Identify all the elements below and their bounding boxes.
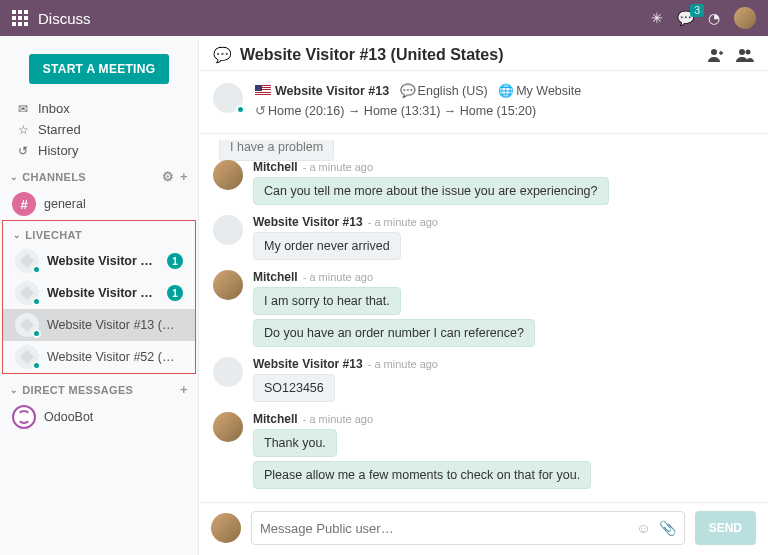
message-author: Website Visitor #13: [253, 357, 363, 371]
activities-icon[interactable]: ◔: [708, 10, 720, 26]
message-header: Mitchell - a minute ago: [253, 160, 754, 174]
plus-icon[interactable]: +: [180, 169, 188, 184]
thread-title: Website Visitor #13 (United States): [240, 46, 503, 64]
nav-starred[interactable]: ☆Starred: [0, 119, 198, 140]
unread-badge: 1: [167, 285, 183, 301]
svg-point-0: [711, 49, 717, 55]
nav-history[interactable]: ↺History: [0, 140, 198, 161]
visitor-avatar-large: [213, 83, 243, 113]
nav-label: Starred: [38, 122, 81, 137]
message-bubble: I am sorry to hear that.: [253, 287, 401, 315]
chevron-down-icon: ⌄: [10, 172, 18, 182]
visitor-avatar: [15, 313, 39, 337]
section-livechat[interactable]: ⌄ LIVECHAT: [3, 221, 195, 245]
message-bubble: Please allow me a few moments to check o…: [253, 461, 591, 489]
message: Mitchell - a minute agoCan you tell me m…: [213, 160, 754, 209]
message: Website Visitor #13 - a minute agoMy ord…: [213, 215, 754, 264]
visitor-name: Website Visitor #13: [275, 84, 389, 98]
message-header: Website Visitor #13 - a minute ago: [253, 357, 754, 371]
message-time: - a minute ago: [300, 413, 373, 425]
livechat-label: Website Visitor #13 (United St…: [47, 318, 183, 332]
apps-icon[interactable]: [12, 10, 28, 26]
emoji-icon[interactable]: ☺: [636, 520, 650, 536]
visitor-lang: English (US): [418, 84, 488, 98]
presence-dot: [32, 329, 41, 338]
livechat-item[interactable]: Website Visitor #52 (United St…: [3, 341, 195, 373]
message-author: Mitchell: [253, 160, 298, 174]
send-button[interactable]: SEND: [695, 511, 756, 545]
channel-general[interactable]: # general: [0, 188, 198, 220]
globe-icon: 🌐: [498, 84, 514, 98]
star-icon: ☆: [16, 123, 30, 137]
add-user-icon[interactable]: [708, 48, 724, 62]
hash-icon: #: [12, 192, 36, 216]
nav-label: Inbox: [38, 101, 70, 116]
visitor-path: Home (20:16) → Home (13:31) → Home (15:2…: [268, 104, 536, 118]
main-panel: 💬 Website Visitor #13 (United States) We…: [199, 36, 768, 555]
livechat-item[interactable]: Website Visitor #80 (U… 1: [3, 277, 195, 309]
gear-icon[interactable]: ⚙: [162, 169, 174, 184]
message-bubble: My order never arrived: [253, 232, 401, 260]
visitor-avatar: [15, 345, 39, 369]
livechat-label: Website Visitor #52 (United St…: [47, 350, 183, 364]
topbar: Discuss ✳ 💬3 ◔: [0, 0, 768, 36]
bug-icon[interactable]: ✳: [651, 10, 663, 26]
dm-odoobot[interactable]: OdooBot: [0, 401, 198, 433]
attachment-icon[interactable]: 📎: [659, 520, 676, 536]
message-time: - a minute ago: [365, 216, 438, 228]
section-title: LIVECHAT: [25, 229, 82, 241]
message: Mitchell - a minute agoI am sorry to hea…: [213, 270, 754, 351]
svg-point-2: [746, 50, 751, 55]
section-title: DIRECT MESSAGES: [22, 384, 133, 396]
inbox-icon: ✉: [16, 102, 30, 116]
message: Mitchell - a minute agoThank you.Please …: [213, 412, 754, 493]
message-author: Mitchell: [253, 412, 298, 426]
composer: ☺ 📎 SEND: [199, 502, 768, 555]
presence-dot: [32, 297, 41, 306]
start-meeting-button[interactable]: START A MEETING: [29, 54, 170, 84]
message-header: Mitchell - a minute ago: [253, 412, 754, 426]
dm-label: OdooBot: [44, 410, 186, 424]
message-author: Mitchell: [253, 270, 298, 284]
visitor-avatar: [15, 281, 39, 305]
livechat-label: Website Visitor #81 (U…: [47, 254, 159, 268]
presence-dot: [236, 105, 245, 114]
message-bubble: Do you have an order number I can refere…: [253, 319, 535, 347]
user-avatar[interactable]: [734, 7, 756, 29]
chat-icon: 💬: [213, 46, 232, 64]
history-icon: ↺: [16, 144, 30, 158]
nav-inbox[interactable]: ✉Inbox: [0, 98, 198, 119]
conversation-badge: 3: [690, 4, 704, 17]
nav-label: History: [38, 143, 78, 158]
message-bubble: Can you tell me more about the issue you…: [253, 177, 609, 205]
section-direct-messages[interactable]: ⌄ DIRECT MESSAGES +: [0, 374, 198, 401]
presence-dot: [32, 265, 41, 274]
message-time: - a minute ago: [365, 358, 438, 370]
members-icon[interactable]: [736, 48, 754, 62]
message-avatar: [213, 357, 243, 387]
message-avatar: [213, 270, 243, 300]
app-title: Discuss: [38, 10, 91, 27]
truncated-message: I have a problem: [213, 140, 754, 154]
message-bubble: Thank you.: [253, 429, 337, 457]
livechat-item[interactable]: Website Visitor #81 (U… 1: [3, 245, 195, 277]
visitor-meta: Website Visitor #13 💬English (US) 🌐My We…: [199, 71, 768, 134]
livechat-item[interactable]: Website Visitor #13 (United St…: [3, 309, 195, 341]
visitor-avatar: [15, 249, 39, 273]
sidebar: START A MEETING ✉Inbox ☆Starred ↺History…: [0, 36, 199, 555]
message-header: Mitchell - a minute ago: [253, 270, 754, 284]
svg-point-1: [739, 49, 745, 55]
message-list[interactable]: I have a problem Mitchell - a minute ago…: [199, 134, 768, 502]
section-title: CHANNELS: [22, 171, 86, 183]
visitor-site: My Website: [516, 84, 581, 98]
conversations-icon[interactable]: 💬3: [677, 10, 694, 26]
livechat-label: Website Visitor #80 (U…: [47, 286, 159, 300]
message-input[interactable]: [260, 521, 628, 536]
chevron-down-icon: ⌄: [10, 385, 18, 395]
channel-label: general: [44, 197, 186, 211]
plus-icon[interactable]: +: [180, 382, 188, 397]
self-avatar: [211, 513, 241, 543]
flag-icon: [255, 85, 271, 96]
unread-badge: 1: [167, 253, 183, 269]
section-channels[interactable]: ⌄ CHANNELS ⚙ +: [0, 161, 198, 188]
